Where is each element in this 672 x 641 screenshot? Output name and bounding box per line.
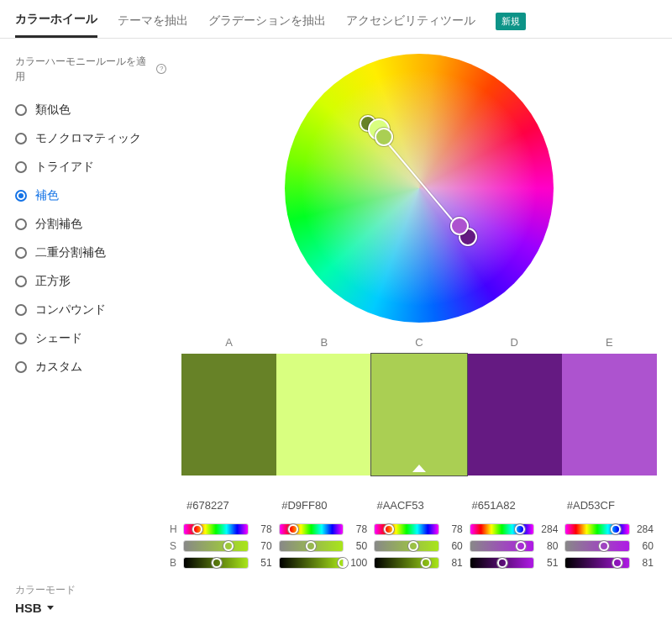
swatch[interactable] (371, 354, 466, 475)
color-mode-value: HSB (15, 601, 42, 615)
hue-value[interactable]: 78 (252, 523, 272, 535)
harmony-item-label: シェード (35, 331, 82, 346)
hue-slider[interactable] (564, 523, 630, 535)
slider-knob[interactable] (384, 524, 394, 534)
swatch[interactable] (181, 354, 276, 475)
slider-knob[interactable] (516, 541, 526, 551)
swatch[interactable] (562, 354, 657, 475)
slider-knob[interactable] (497, 558, 507, 568)
new-badge: 新規 (496, 13, 526, 30)
harmony-item-label: カスタム (35, 360, 82, 375)
hex-value[interactable]: #678227 (181, 499, 276, 512)
slider-knob[interactable] (408, 541, 418, 551)
brightness-slider[interactable] (279, 557, 344, 569)
radio-icon (15, 247, 27, 259)
color-wheel[interactable] (285, 54, 554, 323)
radio-icon (15, 218, 27, 230)
harmony-item[interactable]: 分割補色 (15, 210, 166, 239)
color-mode-label: カラーモード (15, 583, 166, 597)
slider-knob[interactable] (421, 558, 431, 568)
radio-icon (15, 276, 27, 287)
color-mode-select[interactable]: HSB (15, 601, 166, 615)
radio-icon (15, 361, 27, 373)
hex-value[interactable]: #AD53CF (562, 499, 657, 512)
hue-slider[interactable] (470, 523, 535, 535)
harmony-item[interactable]: 二重分割補色 (15, 239, 166, 267)
wheel-marker[interactable] (375, 128, 393, 146)
harmony-item[interactable]: 補色 (15, 181, 166, 210)
brightness-value[interactable]: 51 (252, 557, 272, 569)
slider-knob[interactable] (192, 524, 202, 534)
hue-value[interactable]: 78 (347, 523, 367, 535)
brightness-value[interactable]: 81 (443, 557, 463, 569)
s-label: S (170, 540, 180, 552)
slider-knob[interactable] (306, 541, 316, 551)
harmony-item-label: 分割補色 (35, 217, 82, 232)
saturation-value[interactable]: 50 (347, 540, 367, 552)
brightness-slider[interactable] (183, 557, 249, 569)
saturation-slider[interactable] (374, 540, 439, 552)
harmony-item[interactable]: 正方形 (15, 267, 166, 296)
harmony-item[interactable]: トライアド (15, 153, 166, 181)
brightness-value[interactable]: 81 (633, 557, 654, 569)
saturation-value[interactable]: 60 (633, 540, 654, 552)
tab-color-wheel[interactable]: カラーホイール (15, 5, 97, 38)
chevron-down-icon (47, 606, 54, 610)
harmony-item[interactable]: カスタム (15, 353, 166, 381)
hue-slider[interactable] (183, 523, 249, 535)
brightness-slider[interactable] (374, 557, 439, 569)
saturation-slider[interactable] (279, 540, 344, 552)
hue-slider[interactable] (279, 523, 344, 535)
brightness-value[interactable]: 51 (538, 557, 558, 569)
radio-icon (15, 304, 27, 316)
slider-knob[interactable] (599, 541, 609, 551)
slider-knob[interactable] (515, 524, 525, 534)
hue-slider[interactable] (374, 523, 439, 535)
info-icon[interactable]: ? (156, 64, 166, 74)
slider-knob[interactable] (612, 558, 622, 568)
brightness-slider[interactable] (470, 557, 535, 569)
tab-extract-gradient[interactable]: グラデーションを抽出 (208, 7, 326, 37)
hex-value[interactable]: #D9FF80 (276, 499, 371, 512)
harmony-item[interactable]: モノクロマティック (15, 124, 166, 153)
swatch[interactable] (467, 354, 562, 475)
hex-value[interactable]: #AACF53 (371, 499, 466, 512)
slider-knob[interactable] (288, 524, 298, 534)
saturation-value[interactable]: 80 (538, 540, 558, 552)
harmony-list: 類似色モノクロマティックトライアド補色分割補色二重分割補色正方形コンパウンドシェ… (15, 96, 166, 381)
harmony-item-label: モノクロマティック (35, 131, 141, 146)
tab-extract-theme[interactable]: テーマを抽出 (118, 7, 188, 37)
saturation-slider[interactable] (564, 540, 630, 552)
brightness-slider[interactable] (564, 557, 630, 569)
hue-value[interactable]: 78 (443, 523, 463, 535)
saturation-slider[interactable] (470, 540, 535, 552)
slider-knob[interactable] (212, 558, 222, 568)
harmony-item-label: 補色 (35, 188, 59, 203)
hue-value[interactable]: 284 (633, 523, 654, 535)
saturation-value[interactable]: 70 (252, 540, 272, 552)
harmony-item[interactable]: コンパウンド (15, 296, 166, 324)
brightness-value[interactable]: 100 (347, 557, 367, 569)
swatch-letter: E (562, 331, 657, 354)
hue-value[interactable]: 284 (538, 523, 558, 535)
swatch-letter: B (276, 331, 371, 354)
saturation-slider[interactable] (183, 540, 249, 552)
radio-icon (15, 133, 27, 144)
harmony-item[interactable]: 類似色 (15, 96, 166, 124)
wheel-marker[interactable] (450, 217, 469, 235)
slider-knob[interactable] (223, 541, 234, 551)
h-label: H (170, 523, 180, 535)
slider-knob[interactable] (338, 558, 348, 568)
radio-icon (15, 333, 27, 344)
swatch[interactable] (276, 354, 371, 475)
swatch-letter: A (181, 331, 276, 354)
radio-icon (15, 190, 27, 202)
hex-value[interactable]: #651A82 (467, 499, 562, 512)
harmony-item-label: トライアド (35, 160, 94, 175)
slider-knob[interactable] (611, 524, 621, 534)
hex-row: #678227#D9FF80#AACF53#651A82#AD53CF (181, 499, 657, 512)
harmony-item[interactable]: シェード (15, 324, 166, 353)
harmony-item-label: 類似色 (35, 102, 71, 118)
saturation-value[interactable]: 60 (443, 540, 463, 552)
tab-accessibility[interactable]: アクセシビリティツール (346, 7, 475, 37)
